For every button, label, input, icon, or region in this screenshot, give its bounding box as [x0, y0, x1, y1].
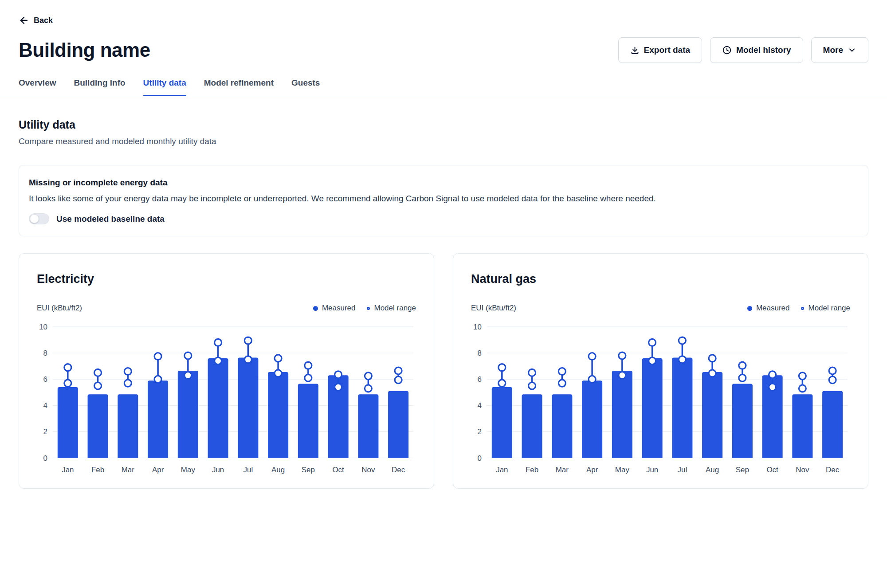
range-high-marker: [498, 364, 506, 371]
y-tick-label: 10: [473, 323, 482, 331]
x-tick-label: Jun: [646, 466, 658, 474]
x-tick-label: May: [615, 466, 630, 474]
bar-may: [178, 371, 198, 458]
range-low-marker: [94, 382, 102, 389]
more-label: More: [823, 45, 843, 55]
model-range-dot-icon: [801, 307, 804, 310]
range-low-marker: [709, 370, 716, 377]
range-low-marker: [619, 372, 626, 379]
range-high-marker: [739, 362, 746, 369]
range-high-marker: [799, 372, 806, 380]
bar-jan: [58, 387, 78, 458]
x-tick-label: Mar: [556, 466, 569, 474]
range-high-marker: [829, 367, 836, 374]
range-low-marker: [275, 370, 282, 377]
tab-overview[interactable]: Overview: [19, 78, 56, 96]
model-history-button[interactable]: Model history: [710, 37, 803, 63]
section-subtitle: Compare measured and modeled monthly uti…: [19, 137, 868, 146]
natural-gas-chart-head: EUI (kBtu/ft2) Measured Model range: [471, 304, 850, 313]
x-tick-label: Dec: [826, 466, 840, 474]
legend-model-range: Model range: [801, 304, 850, 313]
electricity-legend: Measured Model range: [313, 304, 416, 313]
use-modeled-baseline-toggle[interactable]: [29, 213, 49, 224]
bar-jun: [642, 358, 663, 458]
range-high-marker: [184, 352, 192, 359]
arrow-left-icon: [19, 15, 29, 26]
legend-measured-label: Measured: [756, 304, 790, 313]
y-tick-label: 2: [478, 427, 482, 436]
x-tick-label: Apr: [152, 466, 164, 474]
y-tick-label: 2: [43, 427, 47, 436]
y-tick-label: 8: [478, 349, 482, 357]
bar-jul: [672, 357, 692, 458]
x-tick-label: Jul: [678, 466, 687, 474]
measured-dot-icon: [747, 306, 752, 311]
range-low-marker: [335, 384, 342, 391]
bar-aug: [268, 372, 288, 458]
range-high-marker: [215, 339, 222, 346]
toggle-label: Use modeled baseline data: [56, 214, 165, 224]
legend-model-range: Model range: [367, 304, 416, 313]
range-low-marker: [124, 380, 131, 387]
header-actions: Export data Model history More: [618, 37, 868, 63]
x-tick-label: Apr: [586, 466, 598, 474]
x-tick-label: Feb: [526, 466, 538, 474]
legend-model-range-label: Model range: [808, 304, 850, 313]
range-high-marker: [395, 367, 402, 374]
y-tick-label: 0: [43, 454, 47, 463]
electricity-title: Electricity: [37, 272, 416, 286]
x-tick-label: Sep: [302, 466, 315, 474]
x-tick-label: Feb: [91, 466, 104, 474]
range-low-marker: [558, 380, 565, 387]
x-tick-label: Aug: [271, 466, 285, 474]
model-history-label: Model history: [736, 45, 791, 55]
natural-gas-y-axis-label: EUI (kBtu/ft2): [471, 304, 516, 313]
electricity-chart-head: EUI (kBtu/ft2) Measured Model range: [37, 304, 416, 313]
range-high-marker: [589, 353, 596, 360]
range-high-marker: [529, 369, 536, 376]
download-icon: [630, 46, 640, 55]
range-low-marker: [244, 356, 251, 363]
bar-dec: [822, 391, 843, 458]
x-tick-label: Jan: [62, 466, 74, 474]
range-low-marker: [215, 357, 222, 365]
range-high-marker: [335, 371, 342, 378]
x-tick-label: Oct: [766, 466, 778, 474]
x-tick-label: Dec: [392, 466, 405, 474]
y-tick-label: 8: [43, 349, 47, 357]
y-tick-label: 0: [478, 454, 482, 463]
range-high-marker: [679, 337, 686, 344]
range-high-marker: [649, 339, 656, 346]
back-link[interactable]: Back: [19, 0, 53, 26]
range-high-marker: [305, 362, 312, 369]
x-tick-label: Jul: [243, 466, 253, 474]
tab-bar: Overview Building info Utility data Mode…: [0, 78, 887, 96]
back-label: Back: [34, 16, 53, 25]
bar-may: [612, 371, 632, 458]
more-button[interactable]: More: [811, 37, 868, 63]
bar-apr: [582, 380, 602, 458]
export-data-button[interactable]: Export data: [618, 37, 703, 63]
y-tick-label: 6: [478, 375, 482, 384]
tab-utility-data[interactable]: Utility data: [143, 78, 186, 96]
natural-gas-card: Natural gas EUI (kBtu/ft2) Measured Mode…: [453, 253, 868, 489]
natural-gas-title: Natural gas: [471, 272, 850, 286]
range-low-marker: [64, 380, 71, 387]
y-tick-label: 4: [43, 401, 47, 410]
range-high-marker: [154, 353, 161, 360]
tab-model-refinement[interactable]: Model refinement: [204, 78, 274, 96]
electricity-card: Electricity EUI (kBtu/ft2) Measured Mode…: [19, 253, 434, 489]
section-title: Utility data: [19, 118, 868, 131]
legend-measured: Measured: [313, 304, 356, 313]
range-low-marker: [649, 357, 656, 365]
bar-sep: [732, 384, 753, 458]
range-high-marker: [709, 355, 716, 362]
tab-guests[interactable]: Guests: [291, 78, 320, 96]
x-tick-label: Jun: [212, 466, 224, 474]
bar-feb: [88, 394, 108, 458]
bar-dec: [388, 391, 408, 458]
bar-jul: [238, 357, 258, 458]
range-low-marker: [769, 384, 776, 391]
tab-building-info[interactable]: Building info: [74, 78, 126, 96]
model-range-dot-icon: [367, 307, 370, 310]
